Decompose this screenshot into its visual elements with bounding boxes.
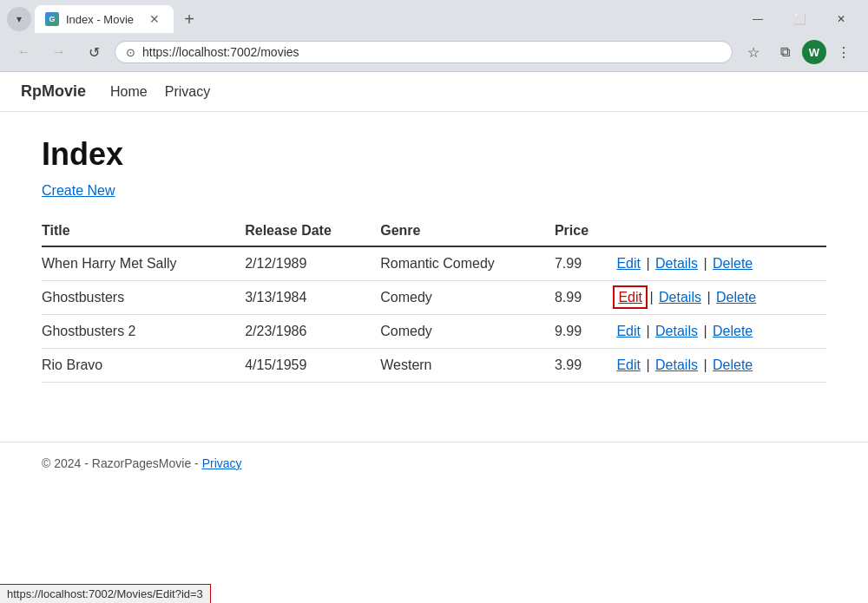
delete-link[interactable]: Delete [716,290,756,305]
menu-button[interactable]: ⋮ [830,38,858,66]
col-genre: Genre [380,216,555,246]
new-tab-button[interactable]: + [177,7,201,31]
active-tab[interactable]: G Index - Movie ✕ [35,5,174,33]
cell-title: Ghostbusters 2 [42,315,245,349]
table-row: Rio Bravo 4/15/1959 Western 3.99 Edit | … [42,349,826,383]
cell-price: 8.99 [555,281,616,315]
col-price: Price [555,216,616,246]
reload-icon: ↺ [89,44,100,61]
maximize-button[interactable]: ⬜ [779,5,819,33]
cell-release-date: 2/23/1986 [245,315,380,349]
edit-link-highlighted[interactable]: Edit [616,289,644,305]
details-link[interactable]: Details [655,324,698,338]
bookmark-button[interactable]: ☆ [740,38,767,66]
back-icon: ← [17,44,31,60]
cell-price: 9.99 [555,315,616,349]
reload-button[interactable]: ↺ [80,38,108,66]
cell-release-date: 4/15/1959 [245,349,380,383]
avatar[interactable]: W [802,40,826,64]
delete-link[interactable]: Delete [713,256,753,271]
create-new-link[interactable]: Create New [42,183,115,199]
table-row: Ghostbusters 3/13/1984 Comedy 8.99 Edit … [42,281,826,315]
details-link[interactable]: Details [655,357,698,372]
sep1: | [646,357,654,372]
cell-genre: Western [380,349,555,383]
forward-button[interactable]: → [45,38,73,66]
tab-dropdown[interactable]: ▾ [7,7,31,31]
cell-actions: Edit | Details | Delete [616,315,826,349]
table-row: When Harry Met Sally 2/12/1989 Romantic … [42,246,826,281]
cell-release-date: 2/12/1989 [245,246,380,281]
nav-privacy[interactable]: Privacy [165,84,210,100]
details-link[interactable]: Details [655,256,698,271]
tab-close-button[interactable]: ✕ [146,10,163,28]
delete-link[interactable]: Delete [713,357,753,372]
url-bar[interactable]: ⊙ https://localhost:7002/movies [115,41,733,63]
maximize-icon: ⬜ [793,13,806,25]
edit-link[interactable]: Edit [616,324,641,338]
cell-title: Rio Bravo [42,349,245,383]
close-icon: ✕ [837,13,845,25]
cell-price: 7.99 [555,246,616,281]
table-row: Ghostbusters 2 2/23/1986 Comedy 9.99 Edi… [42,315,826,349]
url-text: https://localhost:7002/movies [142,45,721,59]
sep2: | [703,324,711,338]
nav-home[interactable]: Home [110,84,148,100]
cell-title: Ghostbusters [42,281,245,315]
minimize-button[interactable]: — [738,5,778,33]
cell-genre: Romantic Comedy [380,246,555,281]
col-actions [616,216,826,246]
footer-copyright: © 2024 - RazorPagesMovie - [42,456,202,470]
menu-icon: ⋮ [837,44,851,61]
page-footer: © 2024 - RazorPagesMovie - Privacy [0,442,868,484]
extensions-icon: ⧉ [780,44,790,60]
cell-genre: Comedy [380,281,555,315]
tab-title: Index - Movie [66,13,139,26]
delete-link[interactable]: Delete [713,324,753,338]
edit-link[interactable]: Edit [616,256,641,271]
tab-favicon: G [45,12,59,26]
sep1: | [649,290,657,305]
details-link[interactable]: Details [659,290,701,305]
status-bar: https://localhost:7002/Movies/Edit?id=3 [0,584,211,588]
minimize-icon: — [753,13,763,25]
sep2: | [703,256,711,271]
site-nav: RpMovie Home Privacy [0,72,868,112]
sep1: | [646,324,654,338]
col-title: Title [42,216,245,246]
col-release-date: Release Date [245,216,380,246]
cell-genre: Comedy [380,315,555,349]
main-content: Index Create New Title Release Date Genr… [0,112,868,407]
extensions-button[interactable]: ⧉ [771,38,799,66]
cell-actions: Edit | Details | Delete [616,349,826,383]
edit-link[interactable]: Edit [616,357,641,372]
site-brand: RpMovie [21,82,86,101]
cell-actions: Edit | Details | Delete [616,281,826,315]
star-icon: ☆ [747,44,760,61]
status-url: https://localhost:7002/Movies/Edit?id=3 [7,587,203,588]
sep1: | [646,256,654,271]
sep2: | [703,357,711,372]
movies-table: Title Release Date Genre Price When Harr… [42,216,826,383]
dropdown-icon: ▾ [16,13,22,25]
page-title: Index [42,136,826,173]
cell-release-date: 3/13/1984 [245,281,380,315]
cell-title: When Harry Met Sally [42,246,245,281]
cell-price: 3.99 [555,349,616,383]
security-icon: ⊙ [126,46,135,59]
back-button[interactable]: ← [10,38,38,66]
cell-actions: Edit | Details | Delete [616,246,826,281]
close-button[interactable]: ✕ [821,5,861,33]
footer-privacy-link[interactable]: Privacy [202,456,242,470]
sep2: | [707,290,714,305]
forward-icon: → [52,44,66,60]
